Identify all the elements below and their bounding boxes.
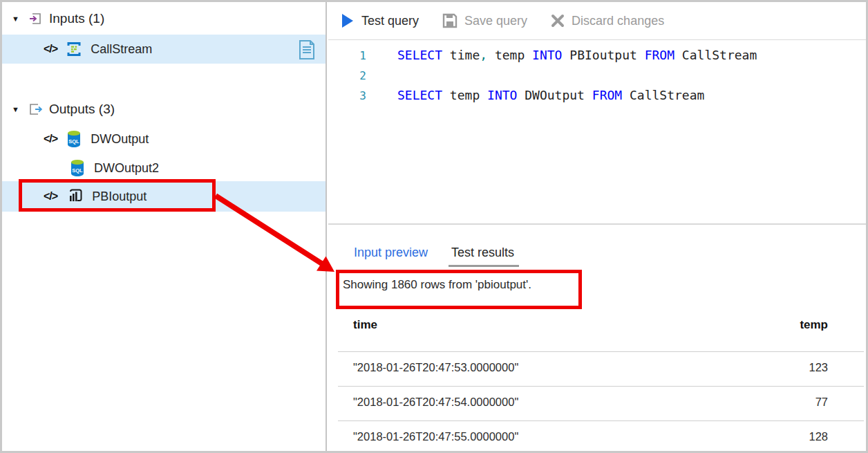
- code-token: CallStream: [674, 48, 757, 62]
- results-panel: Input preview Test results Showing 1860 …: [328, 223, 866, 451]
- row-count-status: Showing 1860 rows from 'pbioutput'.: [343, 278, 531, 292]
- table-row: "2018-01-26T20:47:54.0000000"77: [328, 386, 866, 420]
- code-token: DWOutput: [517, 88, 592, 102]
- code-token: PBIoutput: [562, 48, 644, 62]
- line-number: 3: [328, 86, 397, 106]
- active-tab-underline: [449, 265, 519, 267]
- query-pane: Test query Save query Di: [328, 2, 866, 451]
- code-token: FROM: [645, 48, 674, 62]
- tab-test-results[interactable]: Test results: [451, 246, 514, 260]
- cell-temp: 128: [809, 430, 828, 443]
- code-token: SELECT: [397, 48, 442, 62]
- column-header-temp: temp: [800, 318, 828, 332]
- sidebar-item-label: DWOutput2: [94, 161, 159, 176]
- discard-changes-label: Discard changes: [572, 14, 664, 28]
- cell-temp: 123: [809, 361, 828, 374]
- inputs-icon: [28, 12, 42, 26]
- code-token: temp: [442, 88, 487, 102]
- code-token: INTO: [532, 48, 562, 62]
- code-line: 1SELECT time, temp INTO PBIoutput FROM C…: [328, 45, 866, 65]
- code-token: SELECT: [397, 88, 442, 102]
- table-row: "2018-01-26T20:47:55.0000000"128: [328, 420, 866, 453]
- code-icon: </>: [44, 133, 57, 145]
- tab-input-preview[interactable]: Input preview: [354, 246, 428, 260]
- close-x-icon: [551, 14, 565, 28]
- code-token: CallStream: [622, 88, 704, 102]
- query-toolbar: Test query Save query Di: [328, 2, 866, 40]
- line-number: 1: [328, 46, 397, 66]
- code-token: FROM: [592, 88, 622, 102]
- sql-query-editor[interactable]: 1SELECT time, temp INTO PBIoutput FROM C…: [328, 41, 866, 223]
- code-icon: </>: [44, 190, 57, 203]
- code-token: INTO: [487, 88, 517, 102]
- sql-database-icon: SQL: [66, 130, 82, 148]
- test-query-label: Test query: [361, 14, 419, 28]
- save-query-button[interactable]: Save query: [442, 13, 527, 28]
- code-line: 3SELECT temp INTO DWOutput FROM CallStre…: [328, 85, 866, 105]
- sidebar-item-label: DWOutput: [91, 132, 149, 147]
- save-query-label: Save query: [464, 14, 527, 28]
- inputs-section-label: Inputs (1): [49, 11, 104, 26]
- outputs-section-header: ▼ Outputs (3): [2, 98, 326, 120]
- code-icon: </>: [44, 43, 57, 55]
- cell-time: "2018-01-26T20:47:54.0000000": [353, 396, 518, 409]
- discard-changes-button[interactable]: Discard changes: [551, 14, 664, 28]
- code-token: time: [442, 48, 480, 62]
- sidebar-item-pbioutput[interactable]: </> PBIoutput: [2, 181, 326, 212]
- save-icon: [442, 13, 457, 28]
- code-token: temp: [487, 48, 532, 62]
- svg-text:SQL: SQL: [68, 138, 79, 145]
- code-line: 2: [328, 65, 866, 85]
- play-icon: [341, 13, 355, 28]
- sidebar-item-dwoutput[interactable]: </> SQL DWOutput: [2, 126, 326, 152]
- table-row: "2018-01-26T20:47:53.0000000"123: [328, 351, 866, 386]
- stream-analytics-query-editor: ▼ Inputs (1) </>: [0, 0, 868, 453]
- code-token: ,: [480, 48, 487, 62]
- outputs-section-label: Outputs (3): [49, 102, 115, 117]
- power-bi-icon: [66, 187, 84, 205]
- caret-down-icon[interactable]: ▼: [12, 15, 21, 23]
- svg-text:SQL: SQL: [72, 167, 83, 174]
- caret-down-icon[interactable]: ▼: [12, 105, 21, 113]
- sidebar-item-label: CallStream: [91, 42, 152, 57]
- outputs-icon: [28, 102, 42, 116]
- test-query-button[interactable]: Test query: [341, 13, 419, 28]
- event-hub-icon: [66, 41, 82, 57]
- sample-data-document-icon[interactable]: [298, 39, 316, 60]
- column-header-time: time: [353, 318, 377, 332]
- line-number: 2: [328, 66, 397, 86]
- inputs-section-header: ▼ Inputs (1): [2, 8, 326, 30]
- sidebar-item-label: PBIoutput: [92, 189, 147, 204]
- io-sidebar: ▼ Inputs (1) </>: [2, 2, 327, 451]
- sql-database-icon: SQL: [69, 159, 86, 177]
- cell-time: "2018-01-26T20:47:53.0000000": [353, 361, 518, 374]
- cell-time: "2018-01-26T20:47:55.0000000": [353, 430, 518, 443]
- sidebar-item-dwoutput2[interactable]: SQL DWOutput2: [2, 155, 326, 181]
- sidebar-item-callstream[interactable]: </> CallStream: [2, 35, 326, 64]
- cell-temp: 77: [815, 396, 828, 409]
